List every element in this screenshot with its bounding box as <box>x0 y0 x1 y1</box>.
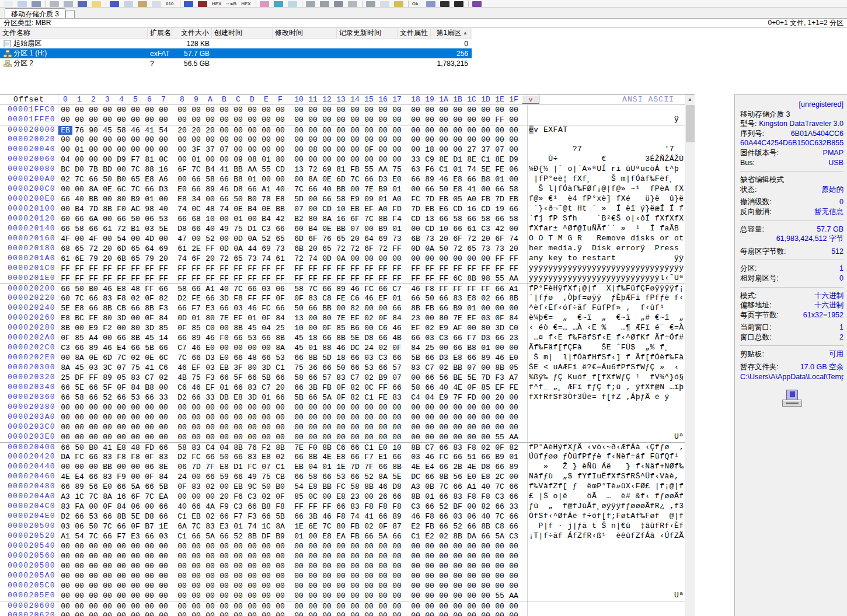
hex-byte[interactable]: 0E <box>142 354 156 362</box>
hex-byte[interactable]: 46 <box>217 185 231 194</box>
hex-byte[interactable]: 84 <box>390 314 404 323</box>
ascii-text[interactable]: Ãf‰Fäf[fÇFà ŠE ˆFÜ$ „% f¸ <box>527 343 684 353</box>
hex-byte[interactable]: 7C <box>348 175 362 184</box>
hex-byte[interactable]: 34 <box>189 195 203 204</box>
hex-byte[interactable]: 63 <box>409 165 423 174</box>
hex-byte[interactable]: EB <box>437 195 451 204</box>
hex-byte[interactable]: 4A <box>203 502 217 511</box>
hex-byte[interactable]: 00 <box>273 572 287 580</box>
hex-byte[interactable]: B9 <box>128 195 142 204</box>
hex-byte[interactable]: 66 <box>376 463 390 471</box>
hex-byte[interactable]: 41 <box>465 185 479 194</box>
hex-byte[interactable]: FF <box>273 264 287 273</box>
hex-byte[interactable]: 00 <box>203 611 217 616</box>
hex-byte[interactable]: 07 <box>114 363 128 372</box>
hex-byte[interactable]: E0 <box>390 175 404 184</box>
hex-byte[interactable]: FF <box>306 264 320 273</box>
hex-byte[interactable]: FB <box>348 532 362 541</box>
hex-byte[interactable]: 00 <box>437 592 451 600</box>
hex-byte[interactable]: 66 <box>451 334 465 342</box>
hex-byte[interactable]: BF <box>451 502 465 511</box>
hex-byte[interactable]: FF <box>203 244 217 253</box>
hex-byte[interactable]: 66 <box>189 185 203 194</box>
hex-byte[interactable]: 66 <box>465 354 479 362</box>
hex-byte[interactable]: 50 <box>86 522 100 531</box>
hex-byte[interactable]: 66 <box>292 453 306 461</box>
hex-byte[interactable]: 00 <box>507 473 521 481</box>
hex-byte[interactable]: 00 <box>273 433 287 442</box>
hex-byte[interactable]: 00 <box>465 106 479 114</box>
hex-byte[interactable]: A1 <box>58 532 72 541</box>
hex-byte[interactable]: E3 <box>128 532 142 541</box>
hex-byte[interactable]: 00 <box>86 542 100 551</box>
hex-byte[interactable]: 00 <box>100 582 114 590</box>
hex-byte[interactable]: FF <box>376 274 390 283</box>
hex-byte[interactable]: 61 <box>273 254 287 263</box>
hex-byte[interactable]: 6D <box>292 235 306 243</box>
hex-byte[interactable]: C3 <box>507 532 521 541</box>
hex-byte[interactable]: 0F <box>292 294 306 303</box>
hex-byte[interactable]: 00 <box>390 592 404 600</box>
hex-byte[interactable]: 00 <box>175 135 189 144</box>
hex-byte[interactable]: FF <box>320 274 334 283</box>
hex-byte[interactable]: 3C <box>100 363 114 372</box>
hex-byte[interactable]: 00 <box>86 582 100 590</box>
hex-byte[interactable]: 66 <box>465 522 479 531</box>
hex-byte[interactable]: 8B <box>114 512 128 521</box>
hex-byte[interactable]: 00 <box>409 403 423 412</box>
hex-byte[interactable]: 00 <box>175 433 189 442</box>
hex-byte[interactable]: 00 <box>259 582 273 590</box>
hex-byte[interactable]: 00 <box>142 403 156 412</box>
hex-byte[interactable]: 20 <box>348 235 362 243</box>
ascii-text[interactable]: any key to restart ÿÿ <box>527 254 684 264</box>
hex-byte[interactable]: 01 <box>507 453 521 461</box>
hex-byte[interactable]: 00 <box>231 582 245 590</box>
pointer-icon[interactable] <box>440 1 449 7</box>
hex-byte[interactable]: 00 <box>390 254 404 263</box>
hex-byte[interactable]: 6B <box>409 235 423 243</box>
hex-byte[interactable]: 00 <box>217 611 231 616</box>
hex-byte[interactable]: FF <box>376 383 390 392</box>
ascii-text[interactable]: Ù÷ € 3ÉŽÑŽÁŽÙ <box>527 155 684 164</box>
hex-byte[interactable]: 00 <box>437 542 451 551</box>
list-box-icon[interactable] <box>426 1 435 7</box>
hex-byte[interactable]: 00 <box>362 572 376 580</box>
hex-byte[interactable]: 89 <box>189 334 203 342</box>
hex-byte[interactable]: 5F <box>231 373 245 382</box>
hex-byte[interactable]: FD <box>142 443 156 452</box>
hex-byte[interactable]: 00 <box>245 542 259 551</box>
scroll-up-icon[interactable]: ▲ <box>685 94 695 104</box>
hex-byte[interactable]: 00 <box>175 492 189 501</box>
hex-byte[interactable]: 52 <box>203 235 217 243</box>
hex-byte[interactable]: 5E <box>72 383 86 392</box>
hex-byte[interactable]: 82 <box>348 383 362 392</box>
hex-byte[interactable]: 85 <box>189 324 203 332</box>
hex-byte[interactable]: 00 <box>231 542 245 551</box>
hex-byte[interactable]: 4D <box>142 235 156 243</box>
hex-byte[interactable]: 83 <box>245 453 259 461</box>
hex-byte[interactable]: 03 <box>156 532 170 541</box>
hex-byte[interactable]: 00 <box>437 413 451 422</box>
hex-byte[interactable]: 00 <box>86 502 100 511</box>
hex-byte[interactable]: 00 <box>334 611 348 616</box>
hex-byte[interactable]: 00 <box>100 562 114 570</box>
hex-byte[interactable]: 46 <box>320 512 334 521</box>
hex-byte[interactable]: 5E <box>58 304 72 313</box>
hex-byte[interactable]: 0F <box>175 324 189 332</box>
hex-byte[interactable]: FC <box>437 453 451 461</box>
hex-byte[interactable]: 00 <box>479 363 493 372</box>
hex-byte[interactable]: 72 <box>114 225 128 233</box>
hex-byte[interactable]: A1 <box>259 185 273 194</box>
hex-byte[interactable]: FF <box>58 274 72 283</box>
hex-byte[interactable]: 02 <box>203 482 217 491</box>
hex-byte[interactable]: 00 <box>114 582 128 590</box>
hex-byte[interactable]: 00 <box>175 155 189 164</box>
hex-byte[interactable]: 00 <box>86 611 100 616</box>
hex-byte[interactable]: 00 <box>362 413 376 422</box>
hex-byte[interactable]: BD <box>100 165 114 174</box>
hex-byte[interactable]: 84 <box>156 314 170 323</box>
hex-byte[interactable]: 00 <box>451 562 465 570</box>
tab-removable-media-3[interactable]: 移动存储介质 3 <box>5 8 65 18</box>
hex-byte[interactable]: 00 <box>58 552 72 561</box>
hex-byte[interactable]: 00 <box>100 592 114 600</box>
